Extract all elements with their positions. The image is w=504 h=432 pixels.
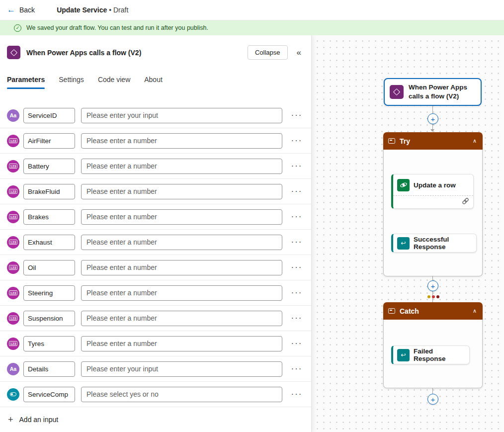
param-name-input[interactable] bbox=[23, 108, 75, 123]
param-name-input[interactable] bbox=[23, 133, 75, 149]
status-dot-failed bbox=[432, 295, 435, 298]
number-type-icon: 123 bbox=[7, 135, 19, 147]
action-title: Failed Response bbox=[414, 347, 465, 362]
run-after-status-dots bbox=[427, 295, 439, 298]
collapse-scope-button[interactable]: ∧ bbox=[472, 307, 478, 315]
update-a-row-node[interactable]: Update a row bbox=[391, 174, 474, 209]
param-value-input[interactable] bbox=[81, 108, 282, 123]
scope-title: Try bbox=[400, 137, 467, 145]
param-name-input[interactable] bbox=[23, 184, 75, 199]
link-icon[interactable] bbox=[462, 197, 469, 207]
param-name-input[interactable] bbox=[23, 311, 75, 326]
trigger-details-panel: When Power Apps calls a flow (V2) Collap… bbox=[0, 35, 312, 432]
param-name-input[interactable] bbox=[23, 235, 75, 250]
back-arrow-icon: ← bbox=[7, 5, 15, 15]
action-title: Update a row bbox=[414, 181, 456, 189]
number-type-icon: 123 bbox=[7, 287, 19, 299]
row-menu-button[interactable]: ··· bbox=[289, 339, 304, 348]
insert-action-button[interactable]: + bbox=[427, 280, 438, 291]
param-name-input[interactable] bbox=[23, 387, 75, 402]
param-row-servicecomp: ··· bbox=[0, 382, 311, 407]
status-dot-skipped bbox=[427, 295, 430, 298]
boolean-type-icon bbox=[7, 388, 19, 401]
row-menu-button[interactable]: ··· bbox=[289, 288, 304, 298]
scope-icon bbox=[388, 308, 395, 314]
connector-arrow-icon bbox=[430, 129, 434, 132]
power-apps-icon bbox=[390, 85, 404, 99]
tab-code-view[interactable]: Code view bbox=[98, 76, 130, 89]
param-name-input[interactable] bbox=[23, 361, 75, 377]
collapse-panel-icon[interactable]: « bbox=[297, 48, 304, 58]
collapse-scope-button[interactable]: ∧ bbox=[472, 137, 478, 145]
row-menu-button[interactable]: ··· bbox=[289, 110, 304, 120]
back-button[interactable]: ← Back bbox=[0, 5, 43, 15]
param-name-input[interactable] bbox=[23, 285, 75, 301]
param-name-input[interactable] bbox=[23, 260, 75, 275]
number-type-icon: 123 bbox=[7, 160, 19, 173]
status-dot-timedout bbox=[436, 295, 439, 298]
tab-parameters[interactable]: Parameters bbox=[7, 76, 45, 89]
param-row-brakes: 123 ··· bbox=[0, 204, 311, 230]
connector-line bbox=[432, 106, 433, 113]
row-menu-button[interactable]: ··· bbox=[289, 186, 304, 196]
param-value-input[interactable] bbox=[81, 159, 282, 174]
panel-tabs: Parameters Settings Code view About bbox=[0, 67, 311, 89]
param-row-exhaust: 123 ··· bbox=[0, 230, 311, 255]
flow-status: • Draft bbox=[109, 6, 128, 14]
row-menu-button[interactable]: ··· bbox=[289, 237, 304, 247]
param-name-input[interactable] bbox=[23, 336, 75, 351]
try-scope-body bbox=[383, 150, 483, 276]
insert-action-button[interactable]: + bbox=[427, 394, 438, 405]
param-value-input[interactable] bbox=[81, 209, 282, 225]
param-value-input[interactable] bbox=[81, 336, 282, 351]
flow-name: Update Service bbox=[57, 6, 107, 14]
param-value-input[interactable] bbox=[81, 235, 282, 250]
scope-title: Catch bbox=[400, 307, 467, 315]
param-name-input[interactable] bbox=[23, 209, 75, 225]
dataverse-icon bbox=[397, 179, 410, 191]
tab-settings[interactable]: Settings bbox=[59, 76, 84, 89]
trigger-node[interactable]: When Power Apps calls a flow (V2) bbox=[384, 78, 482, 106]
param-name-input[interactable] bbox=[23, 159, 75, 174]
tab-about[interactable]: About bbox=[144, 76, 163, 89]
row-menu-button[interactable]: ··· bbox=[289, 313, 304, 323]
row-menu-button[interactable]: ··· bbox=[289, 136, 304, 146]
add-icon: + bbox=[8, 415, 13, 424]
param-row-steering: 123 ··· bbox=[0, 280, 311, 306]
param-row-serviceid: Aa ··· bbox=[0, 103, 311, 128]
add-input-button[interactable]: + Add an input bbox=[0, 407, 311, 432]
flow-canvas[interactable]: When Power Apps calls a flow (V2) + + + … bbox=[312, 35, 504, 432]
param-row-details: Aa ··· bbox=[0, 356, 311, 382]
save-confirmation-banner: ✓ We saved your draft flow. You can test… bbox=[0, 20, 504, 35]
param-value-input[interactable] bbox=[81, 285, 282, 301]
number-type-icon: 123 bbox=[7, 261, 19, 274]
number-type-icon: 123 bbox=[7, 185, 19, 198]
row-menu-button[interactable]: ··· bbox=[289, 161, 304, 171]
param-value-input[interactable] bbox=[81, 387, 282, 402]
number-type-icon: 123 bbox=[7, 312, 19, 325]
try-scope-header[interactable]: Try ∧ bbox=[383, 132, 483, 150]
top-bar: ← Back Update Service • Draft bbox=[0, 0, 504, 20]
row-menu-button[interactable]: ··· bbox=[289, 364, 304, 374]
param-row-tyres: 123 ··· bbox=[0, 331, 311, 356]
back-label: Back bbox=[19, 6, 35, 14]
flow-title: Update Service • Draft bbox=[57, 6, 128, 14]
row-menu-button[interactable]: ··· bbox=[289, 262, 304, 272]
connector-line bbox=[432, 124, 433, 129]
param-value-input[interactable] bbox=[81, 361, 282, 377]
failed-response-node[interactable]: ↩ Failed Response bbox=[391, 346, 470, 364]
param-row-airfilter: 123 ··· bbox=[0, 128, 311, 154]
number-type-icon: 123 bbox=[7, 211, 19, 223]
param-value-input[interactable] bbox=[81, 133, 282, 149]
row-menu-button[interactable]: ··· bbox=[289, 389, 304, 399]
param-value-input[interactable] bbox=[81, 311, 282, 326]
row-menu-button[interactable]: ··· bbox=[289, 212, 304, 222]
catch-scope-header[interactable]: Catch ∧ bbox=[383, 302, 483, 320]
action-title: Successful Response bbox=[414, 236, 472, 251]
collapse-button[interactable]: Collapse bbox=[248, 45, 288, 60]
insert-action-button[interactable]: + bbox=[427, 113, 438, 124]
successful-response-node[interactable]: ↩ Successful Response bbox=[391, 234, 477, 253]
param-value-input[interactable] bbox=[81, 260, 282, 275]
panel-title: When Power Apps calls a flow (V2) bbox=[26, 49, 248, 57]
param-value-input[interactable] bbox=[81, 184, 282, 199]
